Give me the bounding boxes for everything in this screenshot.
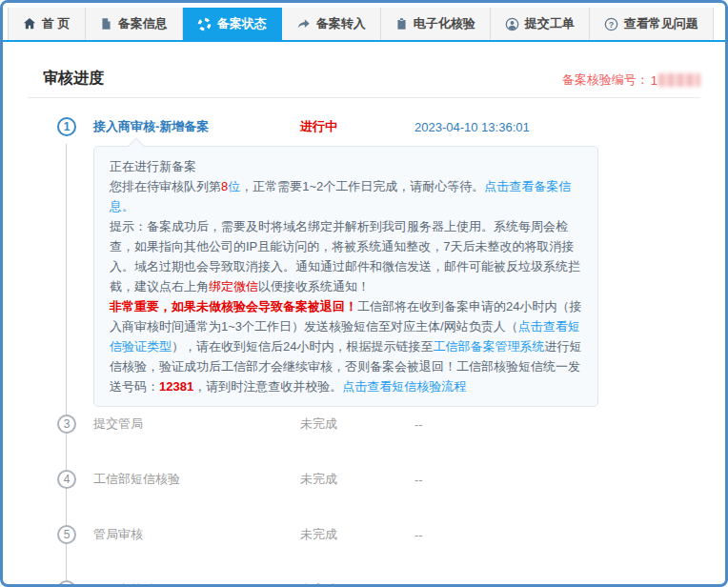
top-nav: 首 页 备案信息 备案状态 备案转入 电子化核验 xyxy=(3,3,725,42)
step-status: 进行中 xyxy=(300,118,415,135)
user-ticket-icon xyxy=(505,17,519,31)
tab-label: 首 页 xyxy=(42,15,71,32)
question-icon: ? xyxy=(604,17,618,31)
timeline-connector-line xyxy=(66,144,67,587)
step-row-authority-review-result: 6 管局审核结果 未完成 -- xyxy=(57,580,700,587)
notice-line-2: 您排在待审核队列第8位，正常需要1~2个工作日完成，请耐心等待。点击查看备案信息… xyxy=(110,176,582,216)
text-segment: 您排在待审核队列第 xyxy=(110,179,221,193)
tab-filing-info[interactable]: 备案信息 xyxy=(86,8,183,40)
step-status: 未完成 xyxy=(300,526,415,543)
notice-paragraph-tip: 提示：备案成功后，需要及时将域名绑定并解析到我司服务器上使用。系统每周会检查，如… xyxy=(110,216,582,296)
step-number-badge: 5 xyxy=(57,525,76,544)
step-row-isp-review: 1 接入商审核-新增备案 进行中 2023-04-10 13:36:01 xyxy=(57,117,700,136)
notice-line-1: 正在进行新备案 xyxy=(110,156,582,176)
step-number-badge: 1 xyxy=(57,117,76,136)
content-area: 审核进度 备案核验编号：1 1 接入商审核-新增备案 进行中 2023-04-1… xyxy=(3,69,725,587)
notice-notch xyxy=(129,138,145,154)
tab-filing-status[interactable]: 备案状态 xyxy=(183,8,282,40)
text-segment: ，正常需要1~2个工作日完成，请耐心等待。 xyxy=(240,179,484,193)
verify-number-label: 备案核验编号： xyxy=(562,71,649,89)
tab-label: 备案信息 xyxy=(118,15,168,32)
step-row-authority-review: 5 管局审核 未完成 -- xyxy=(57,525,700,544)
text-segment: 绑定微信 xyxy=(209,279,258,294)
text-segment: 非常重要，如果未做核验会导致备案被退回！ xyxy=(110,299,357,314)
home-icon xyxy=(23,17,36,30)
svg-text:?: ? xyxy=(608,19,613,29)
step-time: 2023-04-10 13:36:01 xyxy=(415,120,530,134)
tab-home[interactable]: 首 页 xyxy=(8,8,86,40)
tab-label: 电子化核验 xyxy=(414,15,475,32)
tab-faq[interactable]: ? 查看常见问题 xyxy=(590,8,714,40)
step-label: 工信部短信核验 xyxy=(93,471,300,488)
tab-electronic-verification[interactable]: 电子化核验 xyxy=(381,8,491,40)
transfer-arrow-icon xyxy=(296,17,311,30)
verify-number-visible-digit: 1 xyxy=(651,73,657,88)
verify-number: 备案核验编号：1 xyxy=(562,71,700,89)
step-time: -- xyxy=(415,473,423,487)
notice-paragraph-important: 非常重要，如果未做核验会导致备案被退回！工信部将在收到备案申请的24小时内（接入… xyxy=(110,296,582,396)
step-label: 接入商审核-新增备案 xyxy=(93,118,300,135)
heading-divider xyxy=(28,97,700,98)
text-segment: 位 xyxy=(228,179,240,193)
step-number-badge: 4 xyxy=(57,470,76,489)
tab-filing-transfer[interactable]: 备案转入 xyxy=(282,8,381,40)
step-row-miit-sms-verification: 4 工信部短信核验 未完成 -- xyxy=(57,470,700,489)
tab-label: 备案转入 xyxy=(316,15,366,32)
text-segment: ，请到时注意查收并校验。 xyxy=(193,379,342,394)
tab-label: 查看常见问题 xyxy=(624,15,698,32)
step-label: 管局审核结果 xyxy=(93,581,300,587)
text-segment: 正在进行新备案 xyxy=(110,159,196,173)
tab-label: 提交工单 xyxy=(525,15,575,32)
text-segment: 以便接收系统通知！ xyxy=(258,279,370,294)
step-number-badge: 3 xyxy=(57,415,76,434)
step-time: -- xyxy=(415,583,423,587)
step-status: 未完成 xyxy=(300,581,415,587)
step-label: 提交管局 xyxy=(93,415,300,433)
page-title: 审核进度 xyxy=(43,69,104,89)
step-time: -- xyxy=(415,417,423,432)
tab-submit-ticket[interactable]: 提交工单 xyxy=(491,8,590,40)
step-status: 未完成 xyxy=(300,415,415,433)
step-status: 未完成 xyxy=(300,471,415,488)
step-time: -- xyxy=(415,528,423,542)
document-icon xyxy=(100,17,112,30)
step-label: 管局审核 xyxy=(93,526,300,543)
verify-number-redacted xyxy=(658,73,700,87)
step1-notice-box: 正在进行新备案 您排在待审核队列第8位，正常需要1~2个工作日完成，请耐心等待。… xyxy=(93,146,598,407)
inline-link[interactable]: 点击查看短信核验流程 xyxy=(342,379,466,394)
heading-row: 审核进度 备案核验编号：1 xyxy=(28,69,700,89)
text-segment: 12381 xyxy=(159,379,193,394)
clipboard-icon xyxy=(395,17,408,30)
status-wheel-icon xyxy=(197,17,212,31)
text-segment: ），请在收到短信后24小时内，根据提示链接至 xyxy=(172,339,433,354)
review-progress-timeline: 1 接入商审核-新增备案 进行中 2023-04-10 13:36:01 正在进… xyxy=(28,117,700,587)
tab-label: 备案状态 xyxy=(217,15,267,32)
page: 首 页 备案信息 备案状态 备案转入 电子化核验 xyxy=(0,0,728,587)
step-row-submit-authority: 3 提交管局 未完成 -- xyxy=(57,415,700,434)
inline-link[interactable]: 工信部备案管理系统 xyxy=(433,339,544,354)
step-number-badge: 6 xyxy=(57,580,76,587)
